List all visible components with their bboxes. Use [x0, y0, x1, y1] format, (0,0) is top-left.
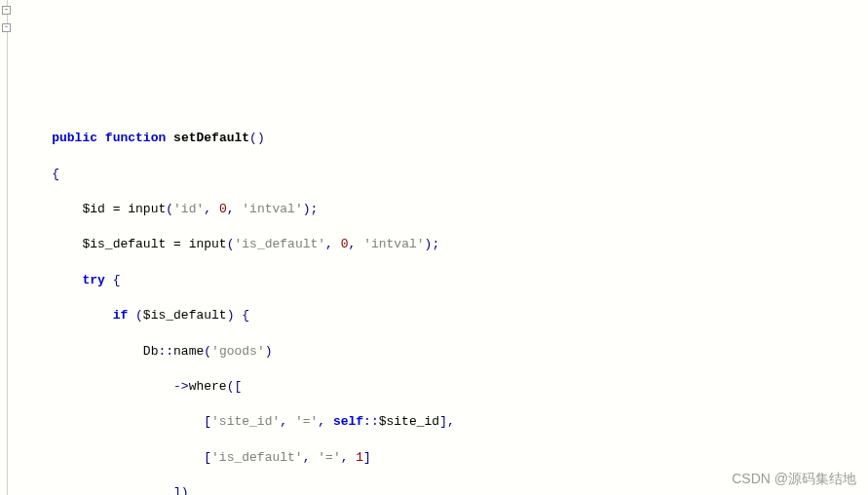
code-line: ['site_id', '=', self::$site_id],: [21, 413, 868, 431]
code-line: try {: [21, 272, 868, 289]
code-line: {: [21, 166, 868, 183]
code-line: public function setDefault(): [21, 130, 868, 147]
code-line: $id = input('id', 0, 'intval');: [21, 201, 868, 218]
code-editor[interactable]: public function setDefault() { $id = inp…: [21, 112, 868, 495]
code-line: $is_default = input('is_default', 0, 'in…: [21, 236, 868, 253]
code-line: if ($is_default) {: [21, 307, 868, 324]
editor-gutter: - -: [0, 0, 8, 495]
code-line: ->where([: [21, 378, 868, 396]
fold-marker-icon[interactable]: -: [2, 23, 11, 32]
code-line: Db::name('goods'): [21, 343, 868, 361]
watermark-text: CSDN @源码集结地: [732, 470, 856, 489]
fold-marker-icon[interactable]: -: [2, 6, 11, 15]
code-line: ['is_default', '=', 1]: [21, 449, 868, 467]
